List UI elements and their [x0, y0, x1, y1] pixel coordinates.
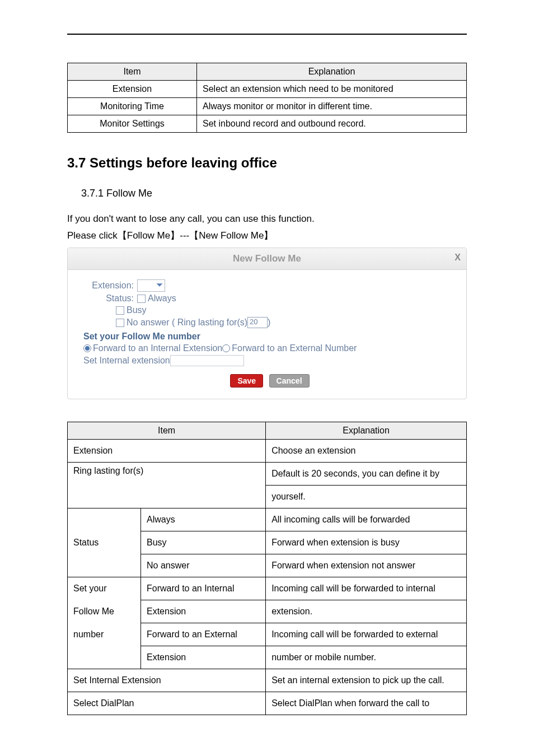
- cell-expl: Select an extension which need to be mon…: [197, 81, 467, 98]
- cell-expl: number or mobile number.: [266, 646, 467, 669]
- table-row: Status Always All incoming calls will be…: [68, 508, 467, 531]
- noanswer-label-pre: No answer ( Ring lasting for(s): [127, 318, 247, 328]
- th-item: Item: [68, 422, 266, 440]
- cell-item: number: [68, 623, 141, 646]
- cell-item: Follow Me: [68, 600, 141, 623]
- forward-internal-label: Forward to an Internal Extension: [93, 343, 222, 353]
- subsection-heading: 3.7.1 Follow Me: [81, 188, 467, 199]
- cell-item: Extension: [68, 81, 197, 98]
- cell-item: Set Internal Extension: [68, 669, 266, 692]
- cell-item: Monitor Settings: [68, 115, 197, 133]
- cell-expl: Choose an extension: [266, 440, 467, 463]
- cell-expl: Always monitor or monitor in different t…: [197, 98, 467, 115]
- table-row: number Forward to an External Incoming c…: [68, 623, 467, 646]
- cell-item: Select DialPlan: [68, 692, 266, 715]
- noanswer-checkbox[interactable]: [116, 319, 124, 327]
- cell-expl: Set inbound record and outbound record.: [197, 115, 467, 133]
- cell-sub: Extension: [141, 646, 266, 669]
- cell-item: Ring lasting for(s): [68, 463, 266, 508]
- table-row: Follow Me Extension extension.: [68, 600, 467, 623]
- th-expl: Explanation: [197, 63, 467, 81]
- cell-item: Monitoring Time: [68, 98, 197, 115]
- new-follow-me-panel: New Follow Me X Extension: Status: Alway…: [67, 248, 467, 399]
- forward-internal-radio[interactable]: [83, 344, 91, 352]
- cell-expl: Incoming call will be forwarded to inter…: [266, 577, 467, 600]
- cell-item: Set your: [68, 577, 141, 600]
- section-heading: 3.7 Settings before leaving office: [67, 155, 467, 171]
- cell-expl: extension.: [266, 600, 467, 623]
- cell-sub: Forward to an Internal: [141, 577, 266, 600]
- table-row: Select DialPlan Select DialPlan when for…: [68, 692, 467, 715]
- cell-expl: Set an internal extension to pick up the…: [266, 669, 467, 692]
- extension-select[interactable]: [137, 279, 165, 292]
- cell-expl: Incoming call will be forwarded to exter…: [266, 623, 467, 646]
- cell-expl: All incoming calls will be forwarded: [266, 508, 467, 531]
- cell-sub: No answer: [141, 554, 266, 577]
- cell-sub: Extension: [141, 600, 266, 623]
- followme-explanation-table: Item Explanation Extension Choose an ext…: [67, 422, 467, 715]
- extension-label: Extension:: [83, 281, 134, 291]
- always-label: Always: [148, 293, 176, 304]
- table-row: Monitor Settings Set inbound record and …: [68, 115, 467, 133]
- chevron-down-icon: [156, 281, 163, 289]
- cell-expl: Forward when extension is busy: [266, 531, 467, 554]
- close-icon[interactable]: X: [455, 253, 461, 263]
- forward-external-radio[interactable]: [222, 344, 230, 352]
- table-row: Monitoring Time Always monitor or monito…: [68, 98, 467, 115]
- always-checkbox[interactable]: [137, 295, 146, 303]
- paragraph: If you don't want to lose any call, you …: [67, 213, 467, 225]
- set-internal-label: Set Internal extension: [83, 356, 170, 366]
- follow-me-number-heading: Set your Follow Me number: [83, 332, 456, 342]
- busy-checkbox[interactable]: [116, 306, 124, 315]
- noanswer-label-post: ): [268, 318, 270, 328]
- table-row: Set Internal Extension Set an internal e…: [68, 669, 467, 692]
- panel-titlebar: New Follow Me X: [68, 248, 466, 270]
- table-row: Ring lasting for(s) Default is 20 second…: [68, 463, 467, 486]
- forward-external-label: Forward to an External Number: [232, 343, 357, 353]
- cell-expl: Default is 20 seconds, you can define it…: [266, 463, 467, 486]
- th-expl: Explanation: [266, 422, 467, 440]
- busy-label: Busy: [127, 305, 147, 315]
- cell-expl: yourself.: [266, 486, 467, 508]
- cell-sub: Busy: [141, 531, 266, 554]
- monitor-table: Item Explanation Extension Select an ext…: [67, 63, 467, 133]
- table-row: Extension number or mobile number.: [68, 646, 467, 669]
- cell-sub: Always: [141, 508, 266, 531]
- table-row: Extension Select an extension which need…: [68, 81, 467, 98]
- cell-expl: Select DialPlan when forward the call to: [266, 692, 467, 715]
- cell-expl: Forward when extension not answer: [266, 554, 467, 577]
- ring-seconds-input[interactable]: 20: [247, 317, 268, 328]
- paragraph: Please click【Follow Me】---【New Follow Me…: [67, 229, 467, 242]
- panel-body: Extension: Status: Always Busy No answer…: [68, 270, 466, 399]
- status-label: Status:: [83, 293, 134, 304]
- cell-sub: Forward to an External: [141, 623, 266, 646]
- cell-item: Extension: [68, 440, 266, 463]
- save-button[interactable]: Save: [230, 374, 263, 388]
- table-row: Extension Choose an extension: [68, 440, 467, 463]
- th-item: Item: [68, 63, 197, 81]
- cancel-button[interactable]: Cancel: [269, 374, 310, 388]
- header-rule: [67, 34, 467, 35]
- panel-title: New Follow Me: [233, 253, 301, 264]
- table-row: Set your Forward to an Internal Incoming…: [68, 577, 467, 600]
- internal-extension-input[interactable]: [170, 355, 244, 366]
- cell-item: [68, 646, 141, 669]
- cell-item: Status: [68, 508, 141, 577]
